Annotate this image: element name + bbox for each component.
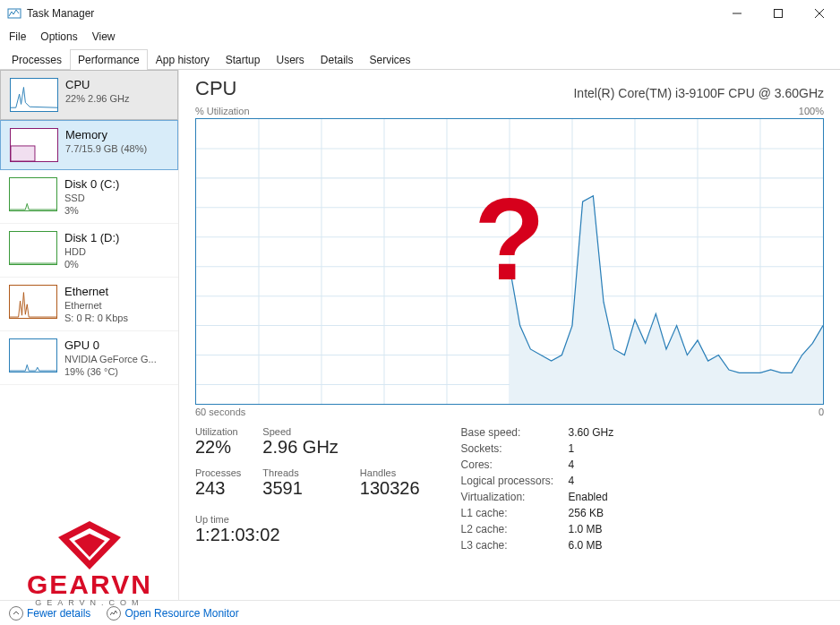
footer: Fewer details Open Resource Monitor bbox=[0, 600, 840, 625]
menu-file[interactable]: File bbox=[9, 30, 26, 43]
sidebar-item-memory[interactable]: Memory 7.7/15.9 GB (48%) bbox=[0, 120, 178, 170]
tab-app-history[interactable]: App history bbox=[148, 49, 218, 70]
menubar: File Options View bbox=[0, 27, 840, 47]
sidebar-item-sub: 22% 2.96 GHz bbox=[65, 93, 130, 104]
resource-monitor-icon bbox=[107, 606, 121, 621]
close-button[interactable] bbox=[799, 0, 840, 27]
l2-value: 1.0 MB bbox=[569, 523, 614, 535]
minimize-button[interactable] bbox=[716, 0, 758, 27]
fewer-details-link[interactable]: Fewer details bbox=[9, 606, 90, 621]
window-title: Task Manager bbox=[27, 7, 94, 20]
sidebar-item-sub2: S: 0 R: 0 Kbps bbox=[64, 312, 128, 323]
chart-label-btm-right: 0 bbox=[819, 407, 824, 417]
l1-label: L1 cache: bbox=[461, 507, 569, 519]
fewer-details-label: Fewer details bbox=[27, 607, 90, 620]
sidebar-item-sub2: 0% bbox=[64, 259, 119, 270]
threads-label: Threads bbox=[262, 467, 338, 478]
cores-label: Cores: bbox=[461, 458, 569, 471]
sidebar-item-sub: NVIDIA GeForce G... bbox=[64, 354, 157, 364]
cpu-model-name: Intel(R) Core(TM) i3-9100F CPU @ 3.60GHz bbox=[573, 86, 824, 100]
tabbar: Processes Performance App history Startu… bbox=[0, 47, 840, 70]
sidebar-item-label: Disk 0 (C:) bbox=[64, 177, 119, 191]
chevron-up-icon bbox=[9, 606, 23, 621]
chart-label-top-right: 100% bbox=[799, 106, 824, 116]
utilization-value: 22% bbox=[195, 437, 241, 458]
open-resource-monitor-label: Open Resource Monitor bbox=[124, 607, 238, 620]
sidebar-item-label: Memory bbox=[65, 128, 147, 141]
sidebar-item-sub: HDD bbox=[64, 246, 119, 257]
uptime-label: Up time bbox=[195, 514, 420, 525]
l3-label: L3 cache: bbox=[461, 539, 569, 552]
memory-thumb bbox=[10, 128, 58, 162]
sidebar-item-sub: Ethernet bbox=[64, 300, 128, 311]
sidebar-item-disk0[interactable]: Disk 0 (C:) SSD 3% bbox=[0, 170, 178, 224]
cpu-thumb bbox=[10, 78, 58, 112]
tab-startup[interactable]: Startup bbox=[218, 49, 269, 70]
tab-users[interactable]: Users bbox=[268, 49, 312, 70]
tab-performance[interactable]: Performance bbox=[70, 49, 148, 70]
cpu-utilization-chart[interactable]: ? bbox=[195, 118, 824, 405]
svg-rect-2 bbox=[775, 10, 783, 18]
lp-label: Logical processors: bbox=[461, 475, 569, 487]
sidebar-item-label: Ethernet bbox=[64, 285, 128, 298]
utilization-label: Utilization bbox=[195, 426, 241, 437]
page-title: CPU bbox=[195, 77, 236, 100]
sidebar-item-sub: 7.7/15.9 GB (48%) bbox=[65, 143, 147, 154]
titlebar: Task Manager bbox=[0, 0, 840, 27]
sidebar-item-ethernet[interactable]: Ethernet Ethernet S: 0 R: 0 Kbps bbox=[0, 278, 178, 331]
svg-rect-5 bbox=[11, 146, 35, 161]
sidebar-item-label: GPU 0 bbox=[64, 338, 157, 352]
l1-value: 256 KB bbox=[569, 507, 614, 519]
disk0-thumb bbox=[9, 177, 57, 211]
sidebar-item-cpu[interactable]: CPU 22% 2.96 GHz bbox=[0, 70, 178, 120]
processes-label: Processes bbox=[195, 467, 241, 478]
tab-processes[interactable]: Processes bbox=[4, 49, 70, 70]
menu-view[interactable]: View bbox=[92, 30, 116, 43]
speed-label: Speed bbox=[262, 426, 338, 437]
main-panel: CPU Intel(R) Core(TM) i3-9100F CPU @ 3.6… bbox=[179, 70, 840, 600]
maximize-button[interactable] bbox=[758, 0, 799, 27]
chart-label-top-left: % Utilization bbox=[195, 106, 250, 116]
threads-value: 3591 bbox=[262, 478, 338, 499]
sidebar-item-gpu0[interactable]: GPU 0 NVIDIA GeForce G... 19% (36 °C) bbox=[0, 331, 178, 385]
performance-sidebar: CPU 22% 2.96 GHz Memory 7.7/15.9 GB (48%… bbox=[0, 70, 179, 600]
menu-options[interactable]: Options bbox=[40, 30, 77, 43]
virt-value: Enabled bbox=[569, 491, 614, 503]
base-speed-value: 3.60 GHz bbox=[569, 426, 614, 439]
l3-value: 6.0 MB bbox=[569, 539, 614, 552]
lp-value: 4 bbox=[569, 475, 614, 487]
processes-value: 243 bbox=[195, 478, 241, 499]
question-mark-overlay: ? bbox=[474, 181, 544, 297]
sidebar-item-sub2: 19% (36 °C) bbox=[64, 366, 157, 377]
uptime-value: 1:21:03:02 bbox=[195, 525, 420, 545]
sidebar-item-label: CPU bbox=[65, 78, 130, 91]
disk1-thumb bbox=[9, 231, 57, 265]
sidebar-item-sub2: 3% bbox=[64, 205, 119, 216]
gpu0-thumb bbox=[9, 338, 57, 372]
sidebar-item-sub: SSD bbox=[64, 193, 119, 203]
ethernet-thumb bbox=[9, 285, 57, 319]
handles-value: 130326 bbox=[360, 478, 420, 499]
sockets-label: Sockets: bbox=[461, 442, 569, 455]
open-resource-monitor-link[interactable]: Open Resource Monitor bbox=[107, 606, 238, 621]
speed-value: 2.96 GHz bbox=[262, 437, 338, 458]
l2-label: L2 cache: bbox=[461, 523, 569, 535]
sockets-value: 1 bbox=[569, 442, 614, 455]
handles-label: Handles bbox=[360, 467, 420, 478]
task-manager-icon bbox=[7, 6, 21, 21]
sidebar-item-disk1[interactable]: Disk 1 (D:) HDD 0% bbox=[0, 224, 178, 278]
virt-label: Virtualization: bbox=[461, 491, 569, 503]
base-speed-label: Base speed: bbox=[461, 426, 569, 439]
chart-label-btm-left: 60 seconds bbox=[195, 407, 245, 417]
tab-services[interactable]: Services bbox=[362, 49, 419, 70]
tab-details[interactable]: Details bbox=[313, 49, 362, 70]
sidebar-item-label: Disk 1 (D:) bbox=[64, 231, 119, 244]
cores-value: 4 bbox=[569, 458, 614, 471]
